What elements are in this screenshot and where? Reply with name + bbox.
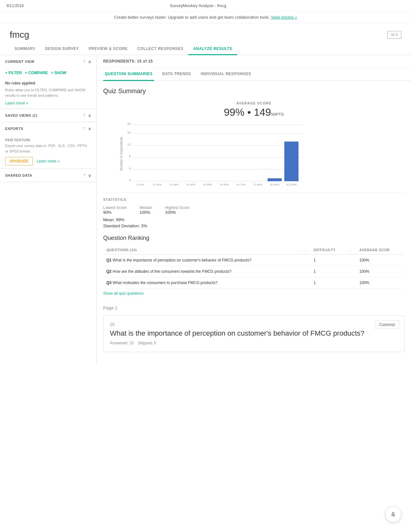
tab-summary[interactable]: SUMMARY [10,43,40,55]
tab-collect-responses[interactable]: COLLECT RESPONSES [132,43,188,55]
customize-button[interactable]: Customiz [375,320,399,329]
q-text: Q1 What is the importance of perception … [103,255,302,266]
col-difficulty: DIFFICULTY [310,245,348,255]
q1-title: What is the importance of perception on … [110,329,398,338]
question-ranking-title: Question Ranking [103,235,405,241]
svg-text:20: 20 [127,122,131,125]
rules-learn-more-link[interactable]: Learn more » [5,101,28,105]
page-header: fmcg W 0 [0,23,411,43]
svg-text:4: 4 [129,167,131,170]
q-text: Q2 How are the attitudes of the consumer… [103,266,302,277]
avg-score-label: AVERAGE SCORE [103,101,405,105]
saved-views-header: SAVED VIEWS (1) ? ∨ [0,109,96,122]
w-badge: W 0 [387,31,401,39]
shared-data-actions: ? ∨ [83,173,91,178]
table-row: Q1 What is the importance of perception … [103,255,405,266]
table-row: Q2 How are the attitudes of the consumer… [103,266,405,277]
median-label: Median [140,205,152,210]
tab-data-trends[interactable]: DATA TRENDS [161,68,192,81]
svg-text:12: 12 [127,143,131,146]
avg-score-pct: 99% [224,106,244,118]
svg-text:51-60%: 51-60% [220,183,229,186]
q1-answered: Answered: 15 [110,341,133,345]
sidebar: CURRENT VIEW ? ∧ + FILTER + COMPARE + SH… [0,55,97,365]
saved-views-title: SAVED VIEWS (1) [5,113,37,117]
q-avg-score: 100% [356,266,405,277]
statistics-title: STATISTICS [103,198,405,202]
avg-score-pts: 149 [254,106,271,118]
tab-analyze-results[interactable]: ANALYZE RESULTS [188,43,237,55]
q-difficulty: 1 [310,255,348,266]
svg-text:71-80%: 71-80% [253,183,262,186]
svg-text:16: 16 [127,131,131,134]
exports-help-icon[interactable]: ? [83,126,85,131]
svg-text:61-70%: 61-70% [237,183,246,186]
view-pricing-link[interactable]: View pricing » [271,15,297,20]
main-content: RESPONDENTS: 15 of 15 QUESTION SUMMARIES… [97,55,411,365]
svg-text:8: 8 [129,155,131,158]
saved-views-actions: ? ∨ [83,113,91,118]
median-stat: Median 100% [140,205,152,215]
exports-learn-more-link[interactable]: Learn more » [37,159,60,163]
svg-rect-22 [284,142,298,181]
score-chart: Number of respondents 0 4 8 12 16 20 [119,122,306,186]
exports-title: EXPORTS [5,127,23,131]
compare-button[interactable]: + COMPARE [25,71,48,75]
stddev-row: Standard Deviation: 3% [103,223,405,228]
question-ranking-table: QUESTIONS (10) - DIFFICULTY - AVERAGE SC… [103,245,405,289]
page-title: fmcg [10,30,29,40]
tab-design-survey[interactable]: DESIGN SURVEY [40,43,84,55]
exports-header: EXPORTS ? ∧ [0,122,96,135]
avg-score-section: AVERAGE SCORE 99% • 14950PTS [103,101,405,118]
lowest-score-value: 90% [103,210,127,215]
respondents-bar: RESPONDENTS: 15 of 15 [97,55,411,68]
tab-individual-responses[interactable]: INDIVIDUAL RESPONSES [199,68,253,81]
svg-text:0-10%: 0-10% [137,183,144,186]
svg-text:91-100%: 91-100% [286,183,297,186]
show-button[interactable]: + SHOW [51,71,66,75]
stats-row: Lowest Score 90% Median 100% Highest Sco… [103,205,405,215]
exports-collapse-icon[interactable]: ∧ [88,126,91,131]
svg-text:81-90%: 81-90% [270,183,279,186]
highest-score-label: Highest Score [165,205,189,210]
col-avg-score: AVERAGE SCOR [356,245,405,255]
svg-rect-21 [268,178,282,181]
current-view-section: CURRENT VIEW ? ∧ + FILTER + COMPARE + SH… [0,55,96,109]
shared-data-section: SHARED DATA ? ∨ [0,169,96,182]
upgrade-button[interactable]: UPGRADE [5,157,33,165]
content-tabs: QUESTION SUMMARIES DATA TRENDS INDIVIDUA… [97,68,411,81]
lowest-score-label: Lowest Score [103,205,127,210]
show-all-quiz-questions-link[interactable]: Show all quiz questions [103,291,143,296]
saved-views-collapse-icon[interactable]: ∨ [88,113,91,118]
shared-data-collapse-icon[interactable]: ∨ [88,173,91,178]
w-badge-text: W 0 [391,33,398,37]
svg-text:41-50%: 41-50% [203,183,212,186]
q-difficulty: 1 [310,266,348,277]
avg-score-bullet: • [247,106,254,118]
filter-button[interactable]: + FILTER [5,71,22,75]
shared-data-header: SHARED DATA ? ∨ [0,169,96,182]
tab-preview-score[interactable]: PREVIEW & SCORE [84,43,132,55]
avg-score-value: 99% • 14950PTS [103,106,405,118]
top-bar: 9/11/2018 SurveyMonkey Analyze - fmcg [0,0,411,12]
question-card-q1: Customiz Q1 What is the importance of pe… [103,315,405,352]
highest-score-value: 100% [165,210,189,215]
respondents-count: RESPONDENTS: 15 of 15 [103,59,153,64]
current-view-title: CURRENT VIEW [5,60,34,64]
rules-desc: Rules allow you to FILTER, COMPARE and S… [5,87,91,98]
q-avg-score: 100% [356,255,405,266]
current-view-help-icon[interactable]: ? [83,59,85,64]
page-browser-title: SurveyMonkey Analyze - fmcg [170,3,226,8]
saved-views-help-icon[interactable]: ? [83,113,85,118]
col-dash2: - [348,245,356,255]
content-body: Quiz Summary AVERAGE SCORE 99% • 14950PT… [97,81,411,365]
q-text: Q3 What motivates the consumers to purch… [103,277,302,289]
shared-data-help-icon[interactable]: ? [83,173,85,178]
tab-question-summaries[interactable]: QUESTION SUMMARIES [103,68,154,81]
mean-row: Mean: 99% [103,217,405,222]
date-label: 9/11/2018 [6,4,24,8]
current-view-collapse-icon[interactable]: ∧ [88,59,91,64]
chart-area: Number of respondents 0 4 8 12 16 20 [103,122,405,186]
nav-tabs: SUMMARY DESIGN SURVEY PREVIEW & SCORE CO… [0,43,411,55]
question-ranking: Question Ranking QUESTIONS (10) - DIFFIC… [103,235,405,296]
